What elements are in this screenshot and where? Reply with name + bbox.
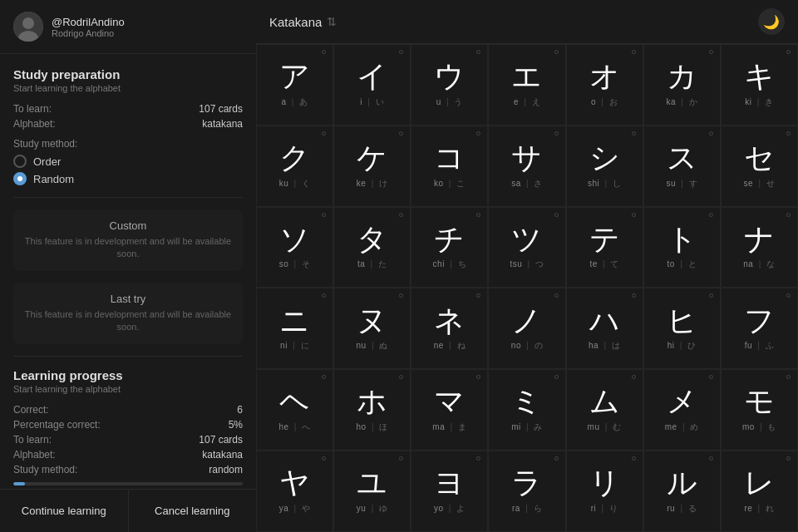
kana-card[interactable]: ヤ ya | や (256, 451, 333, 532)
romaji-text: ho (357, 422, 367, 431)
study-prep-subtitle: Start learning the alphabet (13, 83, 243, 93)
hiragana-text: か (689, 97, 698, 106)
kana-card[interactable]: ナ na | な (721, 207, 798, 288)
separator: | (294, 259, 297, 268)
kana-card[interactable]: ソ so | そ (256, 207, 333, 288)
kana-card[interactable]: レ re | れ (721, 451, 798, 532)
sidebar-content: Study preparation Start learning the alp… (0, 54, 256, 489)
kana-character: ラ (511, 466, 542, 500)
kana-card[interactable]: カ ka | か (643, 44, 721, 126)
kana-card[interactable]: ア a | あ (256, 44, 333, 126)
cancel-learning-button[interactable]: Cancel learning (129, 490, 257, 532)
kana-romaji: nu | ぬ (357, 340, 388, 352)
hiragana-text: ゆ (379, 504, 388, 513)
kana-card[interactable]: ヘ he | へ (256, 369, 333, 451)
kana-character: カ (667, 60, 697, 93)
kana-romaji: e | え (514, 96, 540, 108)
card-dot (786, 293, 791, 298)
last-try-section: Last try This feature is in development … (13, 283, 243, 344)
kana-card[interactable]: ヌ nu | ぬ (333, 288, 411, 369)
kana-card[interactable]: チ chi | ち (411, 207, 488, 288)
kana-card[interactable]: オ o | お (566, 44, 643, 126)
kana-romaji: se | せ (744, 178, 776, 190)
card-dot (554, 456, 559, 461)
progress-to-learn-row: To learn: 107 cards (13, 434, 243, 446)
kana-card[interactable]: リ ri | り (566, 451, 643, 532)
radio-random[interactable]: Random (13, 172, 243, 185)
kana-romaji: me | め (665, 421, 699, 433)
kana-card[interactable]: ケ ke | け (333, 126, 411, 207)
kana-card[interactable]: エ e | え (488, 44, 565, 126)
kana-card[interactable]: ツ tsu | つ (488, 207, 565, 288)
kana-card[interactable]: ニ ni | に (256, 288, 333, 369)
title-dropdown[interactable]: Katakana ⇅ (269, 15, 337, 29)
kana-card[interactable]: ル ru | る (643, 451, 721, 532)
kana-character: ム (589, 385, 620, 418)
card-dot (786, 131, 791, 135)
kana-card[interactable]: ク ku | く (256, 126, 333, 207)
kana-character: メ (667, 385, 697, 418)
separator: | (372, 341, 374, 350)
kana-card[interactable]: マ ma | ま (411, 369, 488, 451)
kana-card[interactable]: コ ko | こ (411, 126, 488, 207)
progress-alphabet-row: Alphabet: katakana (13, 449, 243, 461)
kana-character: ニ (279, 304, 310, 337)
card-dot (476, 456, 480, 461)
kana-card[interactable]: タ ta | た (333, 207, 411, 288)
card-dot (399, 213, 403, 217)
romaji-text: fu (745, 341, 752, 350)
romaji-text: se (744, 179, 754, 188)
separator: | (372, 179, 374, 188)
percentage-row: Percentage correct: 5% (13, 419, 243, 431)
kana-romaji: shi | し (588, 178, 621, 190)
kana-card[interactable]: キ ki | き (721, 44, 798, 126)
kana-card[interactable]: サ sa | さ (488, 126, 565, 207)
hiragana-text: に (301, 341, 310, 350)
kana-card[interactable]: ヒ hi | ひ (643, 288, 721, 369)
radio-order[interactable]: Order (13, 155, 243, 168)
kana-character: ヌ (357, 304, 387, 337)
hiragana-text: ら (534, 504, 543, 513)
theme-toggle-button[interactable]: 🌙 (758, 8, 785, 35)
kana-card[interactable]: メ me | め (643, 369, 721, 451)
kana-card[interactable]: イ i | い (333, 44, 411, 126)
kana-card[interactable]: ネ ne | ね (411, 288, 488, 369)
separator: | (758, 504, 761, 513)
hiragana-text: す (689, 179, 698, 188)
kana-card[interactable]: ミ mi | み (488, 369, 565, 451)
main-title: Katakana (269, 15, 322, 29)
kana-card[interactable]: セ se | せ (721, 126, 798, 207)
hiragana-text: そ (302, 259, 311, 268)
continue-learning-button[interactable]: Continue learning (0, 490, 129, 532)
kana-card[interactable]: モ mo | も (721, 369, 798, 451)
romaji-text: ya (279, 504, 289, 513)
romaji-text: ku (279, 179, 289, 188)
romaji-text: nu (357, 341, 367, 350)
dropdown-arrows-icon: ⇅ (327, 15, 337, 28)
moon-icon: 🌙 (763, 14, 780, 30)
kana-romaji: mo | も (742, 421, 776, 433)
kana-card[interactable]: シ shi | し (566, 126, 643, 207)
kana-card[interactable]: ム mu | む (566, 369, 643, 451)
card-dot (554, 50, 559, 54)
kana-card[interactable]: ラ ra | ら (488, 451, 565, 532)
svg-point-1 (22, 17, 34, 29)
hiragana-text: む (613, 422, 622, 431)
kana-card[interactable]: ス su | す (643, 126, 721, 207)
kana-card[interactable]: ト to | と (643, 207, 721, 288)
romaji-text: chi (433, 259, 445, 268)
kana-card[interactable]: ノ no | の (488, 288, 565, 369)
kana-character: ト (667, 223, 697, 256)
kana-card[interactable]: フ fu | ふ (721, 288, 798, 369)
kana-card[interactable]: テ te | て (566, 207, 643, 288)
kana-card[interactable]: ホ ho | ほ (333, 369, 411, 451)
separator: | (449, 179, 451, 188)
separator: | (292, 97, 294, 106)
kana-card[interactable]: ハ ha | は (566, 288, 643, 369)
kana-card[interactable]: ウ u | う (411, 44, 488, 126)
kana-character: ヤ (279, 466, 310, 500)
card-dot (476, 131, 480, 135)
kana-character: ヒ (667, 304, 697, 337)
kana-card[interactable]: ユ yu | ゆ (333, 451, 411, 532)
kana-card[interactable]: ヨ yo | よ (411, 451, 488, 532)
